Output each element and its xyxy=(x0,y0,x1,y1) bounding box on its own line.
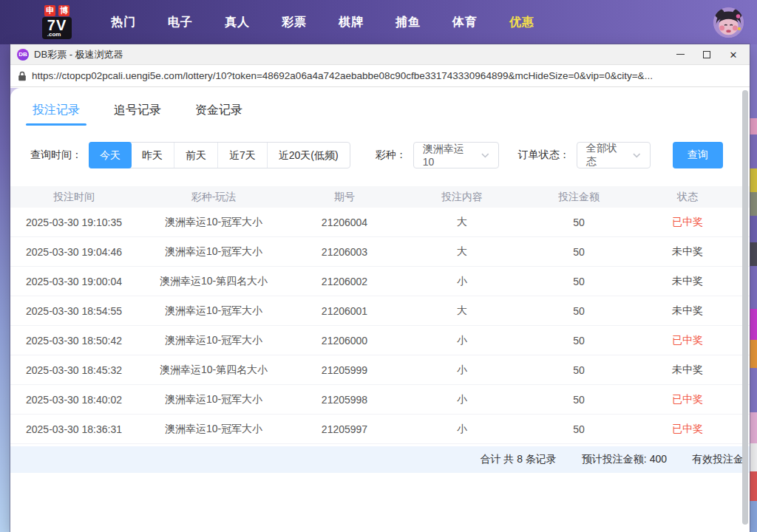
bet-amount-cell: 50 xyxy=(525,364,633,376)
site-navbar: 申 博 7V .com 热门 电子 真人 彩票 棋牌 捕鱼 体育 优惠 xyxy=(0,0,757,44)
bet-time-cell: 2025-03-30 18:54:55 xyxy=(10,305,138,317)
bet-amount-cell: 50 xyxy=(525,216,633,228)
bet-content-cell: 大 xyxy=(399,216,525,229)
site-logo[interactable]: 申 博 7V .com xyxy=(33,5,81,39)
logo-badge-bo: 博 xyxy=(58,5,69,16)
chevron-down-icon xyxy=(481,153,489,158)
bet-time-cell: 2025-03-30 18:50:42 xyxy=(10,335,138,347)
table-row: 2025-03-30 18:54:55 澳洲幸运10-冠军大小 21206001… xyxy=(10,296,750,326)
nav-item-promo[interactable]: 优惠 xyxy=(509,15,534,30)
time-option-20days[interactable]: 近20天(低频) xyxy=(267,143,350,168)
summary-valid: 有效投注金 xyxy=(692,453,744,466)
bet-content-cell: 小 xyxy=(399,275,525,288)
logo-badges: 申 博 xyxy=(44,5,69,16)
order-status-value: 全部状态 xyxy=(586,142,626,168)
maximize-button[interactable] xyxy=(693,44,720,64)
chevron-down-icon xyxy=(633,153,641,158)
col-header-content: 投注内容 xyxy=(399,191,525,204)
browser-address-bar[interactable]: https://ctopcp02pcali.uengi5e.com/lotter… xyxy=(10,65,750,87)
time-option-daybefore[interactable]: 前天 xyxy=(174,143,217,168)
summary-expected: 预计投注金额: 400 xyxy=(582,453,667,466)
bet-content-cell: 小 xyxy=(399,334,525,347)
bet-time-cell: 2025-03-30 18:40:02 xyxy=(10,394,138,406)
nav-item-chess[interactable]: 棋牌 xyxy=(339,15,364,30)
nav-item-sports[interactable]: 体育 xyxy=(452,15,478,30)
table-row: 2025-03-30 18:45:32 澳洲幸运10-第四名大小 2120599… xyxy=(10,355,750,385)
bet-content-cell: 大 xyxy=(399,245,525,259)
lottery-select-value: 澳洲幸运10 xyxy=(423,143,474,168)
table-header-row: 投注时间 彩种-玩法 期号 投注内容 投注金额 状态 xyxy=(10,186,750,208)
bet-time-cell: 2025-03-30 19:04:46 xyxy=(10,246,138,258)
records-panel: 投注记录 追号记录 资金记录 查询时间： 今天 昨天 前天 近7天 近20天(低… xyxy=(10,88,750,532)
game-type-cell: 澳洲幸运10-冠军大小 xyxy=(138,245,290,259)
nav-item-fishing[interactable]: 捕鱼 xyxy=(396,15,421,30)
tab-chase-records[interactable]: 追号记录 xyxy=(112,100,163,127)
issue-cell: 21206000 xyxy=(290,335,399,347)
scrollbar-thumb[interactable] xyxy=(742,90,748,525)
summary-total: 合计 共 8 条记录 xyxy=(480,453,556,466)
col-header-game: 彩种-玩法 xyxy=(138,191,290,204)
order-status-select[interactable]: 全部状态 xyxy=(577,142,651,168)
nav-item-hot[interactable]: 热门 xyxy=(111,15,136,30)
status-filter-label: 订单状态： xyxy=(518,149,570,162)
issue-cell: 21206001 xyxy=(290,305,399,317)
game-type-cell: 澳洲幸运10-第四名大小 xyxy=(138,364,290,377)
bet-amount-cell: 50 xyxy=(525,335,633,347)
page-content: 投注记录 追号记录 资金记录 查询时间： 今天 昨天 前天 近7天 近20天(低… xyxy=(10,88,750,532)
game-type-cell: 澳洲幸运10-冠军大小 xyxy=(138,423,290,436)
browser-titlebar[interactable]: DB DB彩票 - 极速浏览器 xyxy=(10,44,750,65)
status-cell: 未中奖 xyxy=(633,364,742,377)
issue-cell: 21205999 xyxy=(290,364,399,376)
bet-time-cell: 2025-03-30 18:36:31 xyxy=(10,423,138,435)
game-type-cell: 澳洲幸运10-第四名大小 xyxy=(138,275,290,288)
bet-amount-cell: 50 xyxy=(525,394,633,406)
time-option-7days[interactable]: 近7天 xyxy=(217,143,267,168)
browser-window: DB DB彩票 - 极速浏览器 https://ctopcp02pcali.ue… xyxy=(10,44,750,532)
user-avatar[interactable] xyxy=(712,6,745,39)
bet-content-cell: 小 xyxy=(399,364,525,377)
close-button[interactable] xyxy=(720,44,747,64)
status-cell: 未中奖 xyxy=(633,245,742,259)
time-range-group: 今天 昨天 前天 近7天 近20天(低频) xyxy=(89,142,350,168)
status-cell: 已中奖 xyxy=(633,393,742,406)
maximize-icon xyxy=(703,51,710,58)
game-type-cell: 澳洲幸运10-冠军大小 xyxy=(138,393,290,406)
bet-amount-cell: 50 xyxy=(525,305,633,317)
time-option-today[interactable]: 今天 xyxy=(89,142,132,168)
col-header-amount: 投注金额 xyxy=(525,191,633,204)
table-row: 2025-03-30 19:00:04 澳洲幸运10-第四名大小 2120600… xyxy=(10,267,750,296)
page-url: https://ctopcp02pcali.uengi5e.com/lotter… xyxy=(32,70,653,81)
nav-item-live[interactable]: 真人 xyxy=(225,15,250,30)
bet-amount-cell: 50 xyxy=(525,423,633,435)
issue-cell: 21206004 xyxy=(290,216,399,228)
status-cell: 未中奖 xyxy=(633,304,742,318)
col-header-status: 状态 xyxy=(633,191,742,204)
summary-bar: 合计 共 8 条记录 预计投注金额: 400 有效投注金 xyxy=(10,446,750,473)
bet-amount-cell: 50 xyxy=(525,276,633,287)
lottery-select[interactable]: 澳洲幸运10 xyxy=(413,142,499,168)
site-nav-items: 热门 电子 真人 彩票 棋牌 捕鱼 体育 优惠 xyxy=(111,15,534,30)
scrollbar[interactable] xyxy=(742,90,748,525)
bet-time-cell: 2025-03-30 18:45:32 xyxy=(10,364,138,376)
tab-fund-records[interactable]: 资金记录 xyxy=(193,100,245,127)
table-row: 2025-03-30 18:36:31 澳洲幸运10-冠军大小 21205997… xyxy=(10,415,750,444)
minimize-button[interactable] xyxy=(667,44,693,64)
bet-content-cell: 小 xyxy=(399,423,525,436)
nav-item-electronic[interactable]: 电子 xyxy=(168,15,193,30)
tab-bet-records[interactable]: 投注记录 xyxy=(30,100,82,127)
table-row: 2025-03-30 18:50:42 澳洲幸运10-冠军大小 21206000… xyxy=(10,326,750,355)
window-title: DB彩票 - 极速浏览器 xyxy=(34,48,123,61)
logo-box: 7V .com xyxy=(42,17,72,39)
col-header-issue: 期号 xyxy=(290,191,399,204)
col-header-time: 投注时间 xyxy=(10,191,138,204)
avatar-image xyxy=(713,7,744,38)
issue-cell: 21206003 xyxy=(290,246,399,258)
time-option-yesterday[interactable]: 昨天 xyxy=(131,143,174,168)
bet-content-cell: 小 xyxy=(399,393,525,406)
search-button[interactable]: 查询 xyxy=(673,142,723,168)
bet-time-cell: 2025-03-30 19:10:35 xyxy=(10,216,138,228)
status-cell: 已中奖 xyxy=(633,334,742,347)
bet-time-cell: 2025-03-30 19:00:04 xyxy=(10,276,138,287)
nav-item-lottery[interactable]: 彩票 xyxy=(282,15,307,30)
table-row: 2025-03-30 19:10:35 澳洲幸运10-冠军大小 21206004… xyxy=(10,208,750,237)
